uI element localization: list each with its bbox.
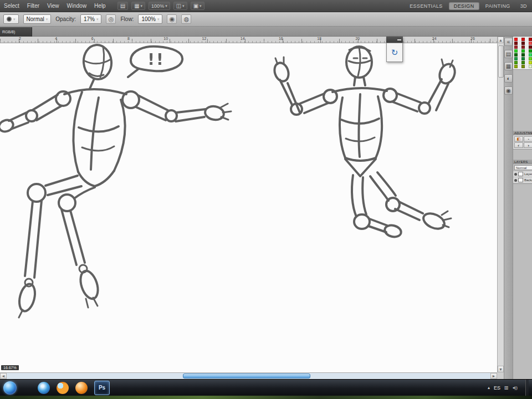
- horizontal-scroll-thumb[interactable]: [183, 374, 310, 378]
- scroll-up-arrow[interactable]: ▲: [498, 37, 504, 43]
- color-swatch[interactable]: [514, 61, 518, 64]
- color-swatch[interactable]: [529, 61, 532, 64]
- orange-app-icon[interactable]: [75, 382, 88, 394]
- floating-panel-header[interactable]: [386, 37, 403, 43]
- floating-tool-panel[interactable]: ↻: [386, 37, 403, 62]
- flow-input[interactable]: 100% ▾: [138, 14, 162, 24]
- blend-mode-select[interactable]: Normal ▾: [23, 14, 52, 24]
- menu-help[interactable]: Help: [90, 0, 110, 12]
- workspace-design[interactable]: DESIGN: [449, 2, 479, 10]
- styles-panel-icon[interactable]: ◉: [504, 86, 513, 95]
- color-swatch[interactable]: [514, 53, 518, 57]
- pressure-opacity-icon[interactable]: ◎: [106, 14, 116, 24]
- collapse-icon[interactable]: [397, 39, 401, 40]
- layer-thumbnail: [518, 178, 523, 182]
- color-swatch[interactable]: [529, 45, 532, 49]
- layer-name: Layer 1: [524, 172, 532, 176]
- collapse-dock-icon[interactable]: «: [504, 38, 513, 46]
- color-swatch[interactable]: [521, 57, 525, 60]
- opacity-input[interactable]: 17% ▾: [80, 14, 102, 24]
- workspace-painting[interactable]: PAINTING: [480, 2, 515, 10]
- color-swatch[interactable]: [514, 45, 518, 49]
- screen-mode-button[interactable]: ▣▾: [191, 2, 204, 10]
- workspace-3d[interactable]: 3D: [515, 2, 532, 10]
- zoom-status-value: 16.67%: [3, 366, 17, 370]
- canvas-sketch[interactable]: !!: [0, 43, 497, 372]
- layer-blend-mode-value: Normal: [516, 166, 526, 170]
- workspace-essentials[interactable]: ESSENTIALS: [405, 2, 448, 10]
- color-swatch[interactable]: [521, 38, 525, 41]
- adjustments-header[interactable]: ADJUSTMENTS: [513, 131, 532, 135]
- arrange-documents-button[interactable]: ◫▾: [173, 2, 187, 10]
- airbrush-icon[interactable]: ◉: [167, 14, 177, 24]
- layer-row[interactable]: Layer 1: [513, 171, 532, 177]
- figure-sketch-left: [0, 44, 231, 318]
- floating-panel-body[interactable]: ↻: [386, 43, 403, 62]
- curves-adjustment-icon[interactable]: ◔: [524, 136, 532, 142]
- color-swatch[interactable]: [521, 61, 525, 64]
- layer-visibility-icon[interactable]: [514, 173, 517, 176]
- scroll-left-arrow[interactable]: ◄: [0, 373, 7, 379]
- speech-bubble-text: !!: [147, 50, 165, 69]
- ruler-number: 24: [432, 37, 437, 43]
- brush-tip-icon: [7, 17, 12, 22]
- launch-bridge-button[interactable]: ▤: [117, 2, 128, 10]
- vertical-scrollbar[interactable]: ▲ ▼: [497, 37, 504, 372]
- ruler-number: 18: [317, 37, 321, 43]
- color-swatch[interactable]: [521, 42, 525, 45]
- adjustments-panel-icon[interactable]: ◐: [504, 74, 513, 83]
- firefox-icon[interactable]: [57, 382, 69, 394]
- color-swatch[interactable]: [529, 49, 532, 53]
- document-tab[interactable]: RGB/8): [0, 27, 32, 37]
- system-tray[interactable]: ▴ ES ▥ ◂)): [488, 385, 520, 391]
- color-swatch[interactable]: [521, 53, 525, 57]
- color-swatch[interactable]: [514, 65, 518, 68]
- color-panel-icon[interactable]: ▤: [504, 50, 513, 58]
- show-desktop-button[interactable]: [525, 380, 529, 396]
- color-swatch[interactable]: [514, 38, 518, 41]
- scroll-right-arrow[interactable]: ►: [490, 373, 497, 379]
- view-extras-button[interactable]: ▦▾: [131, 2, 145, 10]
- media-player-icon[interactable]: [38, 382, 50, 394]
- volume-icon[interactable]: ◂)): [513, 385, 518, 390]
- menu-window[interactable]: Window: [63, 0, 91, 12]
- swatches-panel-icon[interactable]: ▦: [504, 62, 513, 70]
- menu-bar: Select Filter View Window Help ▤ ▦▾ 100%…: [0, 0, 532, 12]
- canvas[interactable]: !!: [0, 43, 497, 372]
- color-swatch[interactable]: [529, 57, 532, 60]
- layer-blend-mode-select[interactable]: Normal ▾: [514, 165, 532, 170]
- color-swatch[interactable]: [521, 65, 525, 68]
- layers-header[interactable]: LAYERS: [513, 160, 532, 164]
- tray-expand-icon[interactable]: ▴: [488, 385, 490, 390]
- color-swatch[interactable]: [514, 42, 518, 45]
- levels-adjustment-icon[interactable]: ◧: [514, 136, 523, 142]
- color-swatch[interactable]: [514, 49, 518, 53]
- pressure-size-icon[interactable]: ◍: [181, 14, 191, 24]
- workspace-switcher: ESSENTIALS DESIGN PAINTING 3D: [405, 0, 532, 12]
- menu-filter[interactable]: Filter: [23, 0, 43, 12]
- rotate-view-icon[interactable]: ↻: [391, 48, 398, 58]
- layer-visibility-icon[interactable]: [514, 179, 517, 182]
- layer-row[interactable]: Background: [513, 177, 532, 183]
- opacity-label: Opacity:: [55, 16, 76, 22]
- menu-select[interactable]: Select: [0, 0, 23, 12]
- language-indicator[interactable]: ES: [494, 385, 500, 391]
- color-swatch[interactable]: [529, 53, 532, 57]
- start-button[interactable]: [3, 381, 17, 395]
- scroll-down-arrow[interactable]: ▼: [498, 366, 504, 372]
- color-swatch[interactable]: [529, 38, 532, 41]
- network-icon[interactable]: ▥: [504, 385, 509, 390]
- horizontal-scrollbar[interactable]: ◄ ►: [0, 372, 497, 379]
- color-swatch[interactable]: [514, 57, 518, 60]
- color-swatch[interactable]: [529, 42, 532, 45]
- brush-preset-picker[interactable]: ▾: [3, 14, 19, 24]
- bw-adjustment-icon[interactable]: ◑: [524, 142, 532, 148]
- color-swatch[interactable]: [529, 65, 532, 68]
- vertical-scroll-thumb[interactable]: [498, 45, 504, 78]
- color-swatch[interactable]: [521, 45, 525, 49]
- menu-view[interactable]: View: [43, 0, 63, 12]
- zoom-level-control[interactable]: 100%▾: [149, 2, 170, 10]
- color-swatch[interactable]: [521, 49, 525, 53]
- vibrance-adjustment-icon[interactable]: ◐: [514, 142, 523, 148]
- photoshop-taskbar-button[interactable]: Ps: [94, 381, 110, 395]
